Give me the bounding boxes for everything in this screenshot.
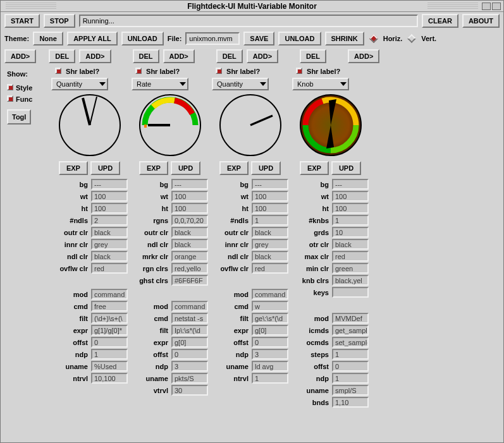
del3-button[interactable]: DEL [216, 49, 243, 63]
param-input-uname[interactable]: pkts/S [171, 373, 208, 384]
param-input-ndp[interactable]: 3 [171, 361, 208, 372]
param-input-ghst clrs[interactable]: #6F6F6F [171, 275, 208, 286]
param-input-cmd[interactable]: free [91, 301, 128, 312]
type-dropdown[interactable]: Rate [132, 78, 188, 90]
param-input-bg[interactable]: --- [252, 179, 288, 190]
add2-button[interactable]: ADD> [163, 49, 195, 63]
param-input-rgn clrs[interactable]: red,yello [171, 263, 208, 274]
param-input-#ndls[interactable]: 1 [252, 215, 288, 226]
param-input-ocmds[interactable]: set_sample_ [332, 337, 369, 348]
param-input-offst[interactable]: 0 [332, 361, 369, 372]
unload-button[interactable]: UNLOAD [121, 32, 164, 46]
upd-button[interactable]: UPD [331, 161, 361, 175]
file-field[interactable]: unixmon.mvm [185, 32, 240, 45]
shr-check[interactable] [55, 68, 61, 74]
param-input-expr[interactable]: g[0] [252, 325, 288, 336]
param-input-outr clr[interactable]: black [252, 227, 288, 238]
upd-button[interactable]: UPD [171, 161, 200, 175]
param-input-mrkr clr[interactable]: orange [171, 251, 208, 262]
param-input-outr clr[interactable]: black [91, 227, 128, 238]
gauge-widget[interactable] [212, 93, 288, 157]
start-button[interactable]: START [4, 14, 40, 28]
param-input-offst[interactable]: 0 [252, 337, 288, 348]
add3-button[interactable]: ADD> [247, 49, 278, 63]
gauge-widget[interactable] [132, 93, 208, 157]
param-input-grds[interactable]: 10 [332, 227, 369, 238]
window-min-icon[interactable] [482, 3, 491, 10]
param-input-innr clr[interactable]: grey [91, 239, 128, 250]
param-input-bg[interactable]: --- [91, 179, 128, 190]
param-input-max clr[interactable]: red [332, 251, 369, 262]
param-input-otr clr[interactable]: black [332, 239, 369, 250]
exp-button[interactable]: EXP [219, 161, 249, 175]
exp-button[interactable]: EXP [139, 161, 168, 175]
param-input-mod[interactable]: command [171, 301, 208, 312]
param-input-vtrvl[interactable]: 30 [171, 385, 208, 396]
param-input-filt[interactable]: ge\:\s*(\d [252, 313, 288, 324]
param-input-innr clr[interactable]: grey [252, 239, 288, 250]
param-input-ndp[interactable]: 1 [332, 373, 369, 384]
param-input-bnds[interactable]: 1,10 [332, 397, 369, 408]
stop-button[interactable]: STOP [44, 14, 75, 28]
param-input-outr clr[interactable]: black [171, 227, 208, 238]
param-input-ndl clr[interactable]: black [252, 251, 288, 262]
param-input-ht[interactable]: 100 [91, 203, 128, 214]
del2-button[interactable]: DEL [133, 49, 159, 63]
del4-button[interactable]: DEL [300, 49, 326, 63]
param-input-#ndls[interactable]: 2 [91, 215, 128, 226]
style-check[interactable] [7, 84, 13, 90]
add0-button[interactable]: ADD> [4, 49, 36, 63]
param-input-icmds[interactable]: get_sample_ [332, 325, 369, 336]
param-input-ht[interactable]: 100 [171, 203, 208, 214]
param-input-uname[interactable]: smpl/S [332, 385, 369, 396]
type-dropdown[interactable]: Quantity [51, 78, 108, 90]
param-input-mod[interactable]: command [252, 289, 288, 300]
exp-button[interactable]: EXP [300, 161, 329, 175]
unload2-button[interactable]: UNLOAD [278, 32, 321, 46]
param-input-ntrvl[interactable]: 10,100 [91, 373, 128, 384]
gauge-widget[interactable] [51, 93, 128, 157]
param-input-knb clrs[interactable]: black,yel [332, 275, 369, 286]
about-button[interactable]: ABOUT [462, 14, 500, 28]
param-input-bg[interactable]: --- [171, 179, 208, 190]
param-input-expr[interactable]: g[0] [171, 337, 208, 348]
func-check[interactable] [7, 95, 13, 102]
status-field[interactable]: Running... [79, 15, 418, 27]
param-input-keys[interactable] [332, 287, 369, 298]
vert-radio[interactable] [407, 34, 416, 43]
param-input-offst[interactable]: 0 [91, 337, 128, 348]
shr-check[interactable] [135, 68, 142, 74]
param-input-ntrvl[interactable]: 1 [252, 373, 288, 384]
togl-button[interactable]: Togl [7, 109, 31, 124]
param-input-ovflw clr[interactable]: red [252, 263, 288, 274]
param-input-min clr[interactable]: green [332, 263, 369, 274]
param-input-cmd[interactable]: w [252, 301, 288, 312]
horiz-radio[interactable] [369, 34, 378, 43]
add4-button[interactable]: ADD> [348, 49, 379, 63]
theme-none-button[interactable]: None [33, 32, 63, 46]
clear-button[interactable]: CLEAR [422, 14, 458, 28]
param-input-uname[interactable]: ld avg [252, 361, 288, 372]
save-button[interactable]: SAVE [243, 32, 274, 46]
upd-button[interactable]: UPD [90, 161, 120, 175]
param-input-ndp[interactable]: 1 [91, 349, 128, 360]
shrink-button[interactable]: SHRINK [325, 32, 364, 46]
param-input-wt[interactable]: 100 [332, 191, 369, 202]
param-input-offst[interactable]: 0 [171, 349, 208, 360]
upd-button[interactable]: UPD [251, 161, 281, 175]
param-input-filt[interactable]: (\d+)\s+(\ [91, 313, 128, 324]
param-input-bg[interactable]: --- [332, 179, 369, 190]
shr-check[interactable] [296, 68, 302, 74]
param-input-filt[interactable]: Ip\:\s*(\d [171, 325, 208, 336]
add1-button[interactable]: ADD> [79, 49, 111, 63]
param-input-ovflw clr[interactable]: red [91, 263, 128, 274]
type-dropdown[interactable]: Quantity [212, 78, 269, 90]
del1-button[interactable]: DEL [49, 49, 75, 63]
param-input-expr[interactable]: g[1]/g[0]* [91, 325, 128, 336]
param-input-ndp[interactable]: 3 [252, 349, 288, 360]
param-input-ndl clr[interactable]: black [171, 239, 208, 250]
apply-all-button[interactable]: APPLY ALL [67, 32, 118, 46]
type-dropdown[interactable]: Knob [292, 78, 349, 90]
param-input-mod[interactable]: MVMDef [332, 313, 369, 324]
param-input-wt[interactable]: 100 [91, 191, 128, 202]
